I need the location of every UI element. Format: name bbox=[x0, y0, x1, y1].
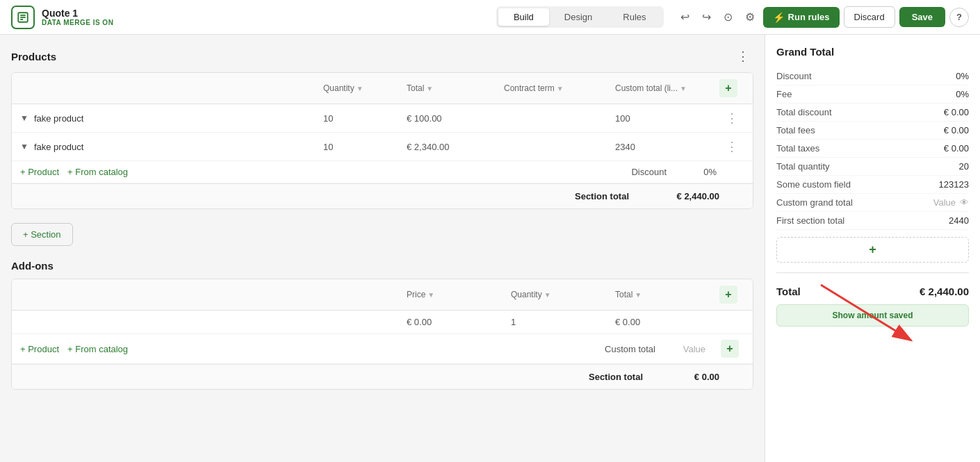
gt-label-custom-grand-total: Custom grand total bbox=[776, 197, 853, 208]
product-custom-1: 100 bbox=[615, 113, 719, 124]
undo-button[interactable]: ↩ bbox=[676, 8, 694, 26]
tab-build[interactable]: Build bbox=[498, 8, 549, 26]
gt-value-total-quantity: 20 bbox=[959, 161, 969, 172]
addons-header-total: Total ▼ bbox=[615, 290, 719, 299]
products-section: Products ⋮ Quantity ▼ Total ▼ bbox=[11, 47, 753, 209]
addons-table: Price ▼ Quantity ▼ Total ▼ + bbox=[11, 279, 753, 390]
show-amount-saved-button[interactable]: Show amount saved bbox=[776, 304, 969, 327]
sort-icon-custom[interactable]: ▼ bbox=[680, 85, 687, 92]
header-quantity: Quantity ▼ bbox=[323, 83, 407, 93]
help-button[interactable]: ? bbox=[949, 8, 969, 27]
products-title: Products bbox=[11, 51, 56, 63]
add-section-button[interactable]: + Section bbox=[11, 223, 73, 246]
sort-icon-contract[interactable]: ▼ bbox=[557, 85, 564, 92]
section-total-value: € 2,440.00 bbox=[657, 191, 719, 201]
gt-value-total-fees: € 0.00 bbox=[944, 125, 969, 135]
right-panel: Grand Total Discount 0% Fee 0% Total dis… bbox=[765, 35, 980, 462]
addons-table-header: Price ▼ Quantity ▼ Total ▼ + bbox=[12, 279, 753, 311]
products-more-button[interactable]: ⋮ bbox=[733, 47, 753, 65]
expand-icon-1[interactable]: ▼ bbox=[20, 113, 28, 123]
gt-label-total-discount: Total discount bbox=[776, 107, 832, 117]
addons-section: Add-ons Price ▼ Quantity ▼ Total bbox=[11, 260, 753, 390]
discount-label: Discount bbox=[631, 167, 667, 177]
header-contract-term: Contract term ▼ bbox=[504, 83, 615, 93]
sort-icon-quantity[interactable]: ▼ bbox=[357, 85, 364, 92]
tab-rules[interactable]: Rules bbox=[607, 8, 661, 26]
gt-row-total-taxes: Total taxes € 0.00 bbox=[776, 140, 969, 158]
product-row-1: ▼ fake product 10 € 100.00 100 ⋮ bbox=[12, 104, 753, 133]
sort-icon-total-addon[interactable]: ▼ bbox=[635, 291, 642, 299]
lightning-icon: ⚡ bbox=[773, 12, 785, 23]
addons-header-price: Price ▼ bbox=[407, 290, 511, 299]
add-addon-product-button[interactable]: + Product bbox=[20, 344, 59, 354]
gt-label-first-section: First section total bbox=[776, 215, 844, 226]
gt-row-custom-grand-total: Custom grand total Value 👁 bbox=[776, 194, 969, 212]
discard-button[interactable]: Discard bbox=[844, 6, 895, 28]
gt-row-first-section: First section total 2440 bbox=[776, 212, 969, 230]
addon-section-total-label: Section total bbox=[589, 372, 643, 382]
gt-value-first-section: 2440 bbox=[949, 215, 969, 226]
product-quantity-2: 10 bbox=[323, 142, 407, 152]
gt-label-total-fees: Total fees bbox=[776, 125, 815, 135]
gt-value-total-taxes: € 0.00 bbox=[944, 143, 969, 154]
add-from-catalog-button[interactable]: + From catalog bbox=[67, 167, 128, 177]
gt-row-total-quantity: Total quantity 20 bbox=[776, 158, 969, 176]
gt-label-total-quantity: Total quantity bbox=[776, 161, 830, 172]
gt-value-custom-grand-total: Value bbox=[933, 197, 956, 208]
gt-value-discount: 0% bbox=[956, 71, 969, 81]
addon-section-total-value: € 0.00 bbox=[671, 372, 719, 382]
addon-custom-total-value: Value bbox=[678, 344, 705, 354]
eye-icon[interactable]: 👁 bbox=[960, 197, 969, 208]
data-merge-badge: DATA MERGE IS ON bbox=[42, 19, 113, 26]
sort-icon-total[interactable]: ▼ bbox=[426, 85, 433, 92]
addon-total-1: € 0.00 bbox=[615, 317, 719, 327]
gt-total-row: Total € 2,440.00 bbox=[776, 280, 969, 304]
sort-icon-quantity-addon[interactable]: ▼ bbox=[544, 291, 551, 299]
gt-row-discount: Discount 0% bbox=[776, 67, 969, 85]
redo-button[interactable]: ↪ bbox=[698, 8, 715, 26]
products-section-total-row: Section total € 2,440.00 bbox=[12, 183, 753, 208]
addon-custom-total-add-btn[interactable]: + bbox=[721, 340, 739, 358]
left-panel: Products ⋮ Quantity ▼ Total ▼ bbox=[0, 35, 765, 462]
grand-total-title: Grand Total bbox=[776, 46, 969, 58]
gt-row-total-fees: Total fees € 0.00 bbox=[776, 122, 969, 140]
gt-total-value: € 2,440.00 bbox=[920, 286, 969, 297]
add-addon-catalog-button[interactable]: + From catalog bbox=[67, 344, 128, 354]
save-button[interactable]: Save bbox=[899, 7, 945, 27]
product-name-2: ▼ fake product bbox=[20, 142, 323, 152]
add-product-button[interactable]: + Product bbox=[20, 167, 59, 177]
addons-add-row: + Product + From catalog Custom total Va… bbox=[12, 334, 753, 364]
run-rules-button[interactable]: ⚡ Run rules bbox=[763, 7, 840, 28]
gt-value-fee: 0% bbox=[956, 89, 969, 99]
addons-header-quantity: Quantity ▼ bbox=[511, 290, 615, 299]
tab-design[interactable]: Design bbox=[549, 8, 607, 26]
addon-custom-total-label: Custom total bbox=[605, 344, 655, 354]
expand-icon-2[interactable]: ▼ bbox=[20, 142, 28, 151]
product-more-1[interactable]: ⋮ bbox=[719, 110, 744, 126]
product-total-2: € 2,340.00 bbox=[407, 142, 504, 152]
topbar: Quote 1 DATA MERGE IS ON Build Design Ru… bbox=[0, 0, 980, 35]
settings-button[interactable]: ⚙ bbox=[741, 8, 759, 26]
app-title: Quote 1 bbox=[42, 8, 113, 19]
addon-row-1: € 0.00 1 € 0.00 bbox=[12, 311, 753, 334]
header-total: Total ▼ bbox=[407, 83, 504, 93]
gt-add-row-button[interactable]: + bbox=[776, 237, 969, 263]
addons-title: Add-ons bbox=[11, 260, 753, 272]
gt-row-fee: Fee 0% bbox=[776, 85, 969, 104]
section-total-label: Section total bbox=[575, 191, 629, 201]
gt-divider bbox=[776, 272, 969, 273]
gt-label-total-taxes: Total taxes bbox=[776, 143, 819, 154]
addon-price-1: € 0.00 bbox=[407, 317, 511, 327]
app-title-block: Quote 1 DATA MERGE IS ON bbox=[42, 8, 113, 26]
gt-row-custom-field: Some custom field 123123 bbox=[776, 176, 969, 194]
product-custom-2: 2340 bbox=[615, 142, 719, 152]
gt-value-custom-field: 123123 bbox=[939, 179, 969, 190]
addons-section-total-row: Section total € 0.00 bbox=[12, 364, 753, 389]
discount-value: 0% bbox=[689, 167, 717, 177]
sort-icon-price[interactable]: ▼ bbox=[427, 291, 434, 299]
layers-button[interactable]: ⊙ bbox=[719, 8, 737, 26]
gt-label-custom-field: Some custom field bbox=[776, 179, 851, 190]
product-more-2[interactable]: ⋮ bbox=[719, 139, 744, 154]
addons-add-column-btn[interactable]: + bbox=[719, 286, 737, 304]
add-column-btn[interactable]: + bbox=[719, 79, 737, 97]
